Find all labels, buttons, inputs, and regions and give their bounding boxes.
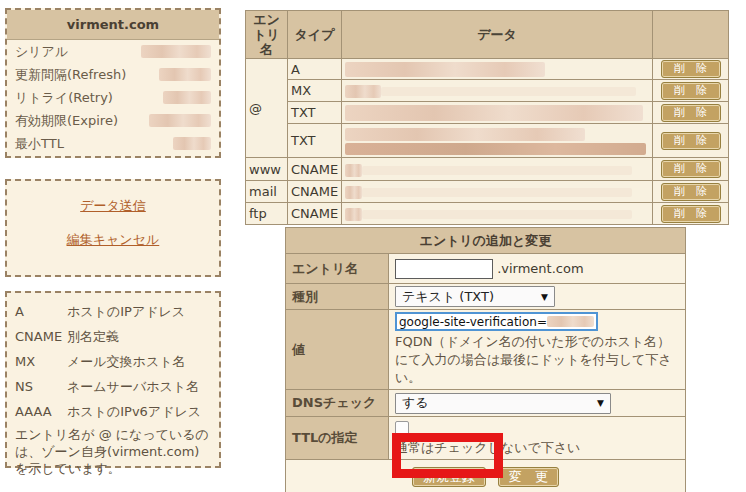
redacted-value [362, 188, 632, 197]
redacted-value [381, 87, 636, 96]
actions-box: データ送信 編集キャンセル [5, 179, 221, 277]
form-title: エントリの追加と変更 [286, 228, 686, 254]
delete-button[interactable]: 削 除 [661, 160, 721, 178]
redacted-value [345, 208, 362, 221]
record-data [342, 124, 653, 158]
ttl-label: TTLの指定 [286, 417, 389, 460]
legend-code: A [15, 304, 67, 319]
delete-button[interactable]: 削 除 [661, 205, 721, 223]
form-footer: 新規登録 変 更 [286, 460, 686, 492]
record-data [342, 59, 653, 80]
record-data [342, 102, 653, 124]
page: virment.com シリアル 更新間隔(Refresh) リトライ(Retr… [0, 0, 746, 492]
type-select-value: テキスト (TXT) [402, 288, 494, 306]
record-row: MX 削 除 [246, 80, 729, 102]
redacted-value [345, 85, 381, 98]
value-input[interactable]: google-site-verification= [395, 312, 598, 331]
col-header-data: データ [342, 11, 653, 59]
redacted-value [362, 166, 632, 175]
redacted-value [173, 137, 211, 150]
record-entry: www [246, 158, 288, 181]
redacted-value [149, 114, 211, 127]
type-select[interactable]: テキスト (TXT) ▼ [395, 286, 555, 307]
record-type: TXT [288, 124, 342, 158]
redacted-value [141, 45, 211, 58]
record-row: TXT 削 除 [246, 102, 729, 124]
redacted-value [345, 128, 585, 141]
redacted-value [345, 186, 362, 199]
legend-code: NS [15, 379, 67, 394]
record-row: ftp CNAME 削 除 [246, 203, 729, 225]
zone-row-minttl: 最小TTL [7, 132, 219, 155]
zone-row-label: 有効期限(Expire) [15, 112, 118, 130]
record-type: CNAME [288, 181, 342, 203]
legend-desc: ネームサーバホスト名 [67, 378, 199, 396]
zone-row-label: リトライ(Retry) [15, 89, 113, 107]
value-input-text: google-site-verification= [399, 315, 547, 329]
col-header-actions [653, 11, 729, 59]
redacted-value [345, 105, 643, 121]
domain-suffix: .virment.com [497, 261, 583, 276]
record-row: mail CNAME 削 除 [246, 181, 729, 203]
chevron-down-icon: ▼ [597, 398, 604, 408]
value-label: 値 [286, 310, 389, 390]
ttl-note: 通常はチェックしないで下さい [395, 439, 679, 457]
type-label: 種別 [286, 284, 389, 310]
zone-row-label: 最小TTL [15, 135, 64, 153]
zone-row-serial: シリアル [7, 40, 219, 63]
fqdn-note: FQDN（ドメイン名の付いた形でのホスト名）にて入力の場合は最後にドットを付与し… [395, 333, 679, 387]
legend-desc: メール交換ホスト名 [67, 353, 186, 371]
entry-edit-form: エントリの追加と変更 エントリ名 .virment.com 種別 テキスト (T… [285, 227, 686, 492]
zone-row-label: シリアル [15, 43, 68, 61]
redacted-value [345, 164, 362, 177]
legend-code: AAAA [15, 404, 67, 419]
zone-row-retry: リトライ(Retry) [7, 86, 219, 109]
record-data [342, 181, 653, 203]
legend-row: CNAME 別名定義 [15, 324, 211, 349]
update-button[interactable]: 変 更 [498, 467, 559, 487]
delete-button[interactable]: 削 除 [661, 132, 721, 150]
record-entry: ftp [246, 203, 288, 225]
legend-row: MX メール交換ホスト名 [15, 349, 211, 374]
record-data [342, 203, 653, 225]
delete-button[interactable]: 削 除 [661, 60, 721, 78]
redacted-value [547, 316, 594, 327]
records-header-row: エントリ名 タイプ データ [246, 11, 729, 59]
delete-button[interactable]: 削 除 [661, 82, 721, 100]
send-data-link[interactable]: データ送信 [7, 197, 219, 215]
record-data [342, 158, 653, 181]
dns-records-table: エントリ名 タイプ データ @ A 削 除 MX 削 除 TXT 削 除 TXT [245, 10, 729, 225]
redacted-value [345, 62, 545, 77]
register-button[interactable]: 新規登録 [412, 467, 486, 487]
redacted-value [159, 68, 211, 81]
delete-button[interactable]: 削 除 [661, 183, 721, 201]
record-type: MX [288, 80, 342, 102]
chevron-down-icon: ▼ [541, 292, 548, 302]
ttl-checkbox[interactable] [395, 421, 409, 435]
record-type-legend-box: A ホストのIPアドレス CNAME 別名定義 MX メール交換ホスト名 NS … [5, 291, 221, 468]
dns-check-label: DNSチェック [286, 390, 389, 417]
redacted-value [345, 143, 646, 155]
cancel-edit-link[interactable]: 編集キャンセル [7, 231, 219, 249]
dns-check-select[interactable]: する ▼ [395, 393, 611, 414]
dns-check-select-value: する [402, 394, 429, 412]
zone-row-expire: 有効期限(Expire) [7, 109, 219, 132]
entry-name-label: エントリ名 [286, 254, 389, 284]
legend-desc: ホストのIPアドレス [67, 303, 185, 321]
legend-row: NS ネームサーバホスト名 [15, 374, 211, 399]
legend-desc: ホストのIPv6アドレス [67, 403, 201, 421]
entry-name-input[interactable] [395, 259, 493, 279]
record-type: A [288, 59, 342, 80]
record-data [342, 80, 653, 102]
redacted-value [362, 210, 632, 219]
record-type: TXT [288, 102, 342, 124]
zone-summary-box: virment.com シリアル 更新間隔(Refresh) リトライ(Retr… [5, 8, 221, 158]
record-row: TXT 削 除 [246, 124, 729, 158]
record-entry: @ [246, 59, 288, 158]
legend-row: AAAA ホストのIPv6アドレス [15, 399, 211, 424]
zone-row-refresh: 更新間隔(Refresh) [7, 63, 219, 86]
zone-title: virment.com [7, 10, 219, 40]
record-type: CNAME [288, 158, 342, 181]
record-row: www CNAME 削 除 [246, 158, 729, 181]
delete-button[interactable]: 削 除 [661, 104, 721, 122]
